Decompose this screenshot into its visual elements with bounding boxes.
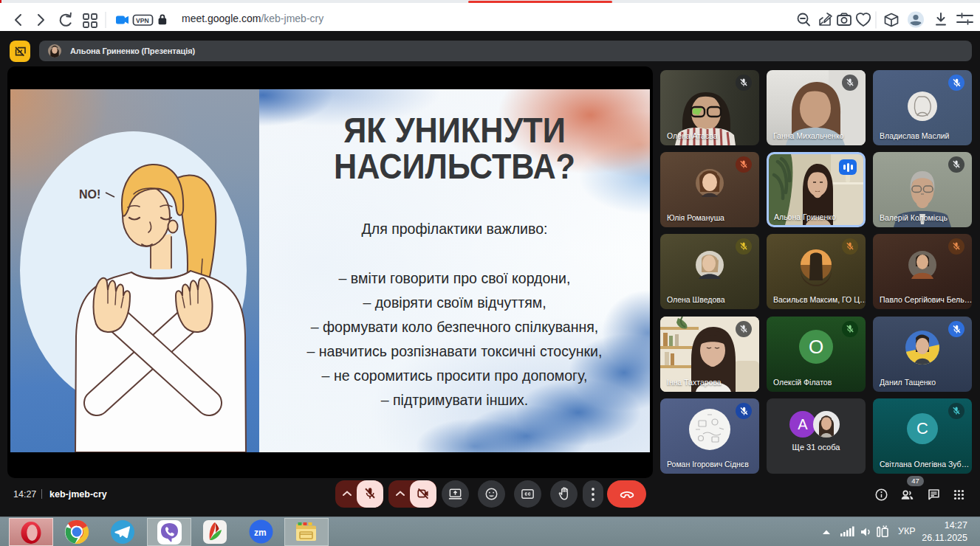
svg-text:VPN: VPN	[136, 17, 149, 24]
svg-text:zm: zm	[254, 528, 267, 538]
svg-text:NO!: NO!	[79, 188, 100, 201]
